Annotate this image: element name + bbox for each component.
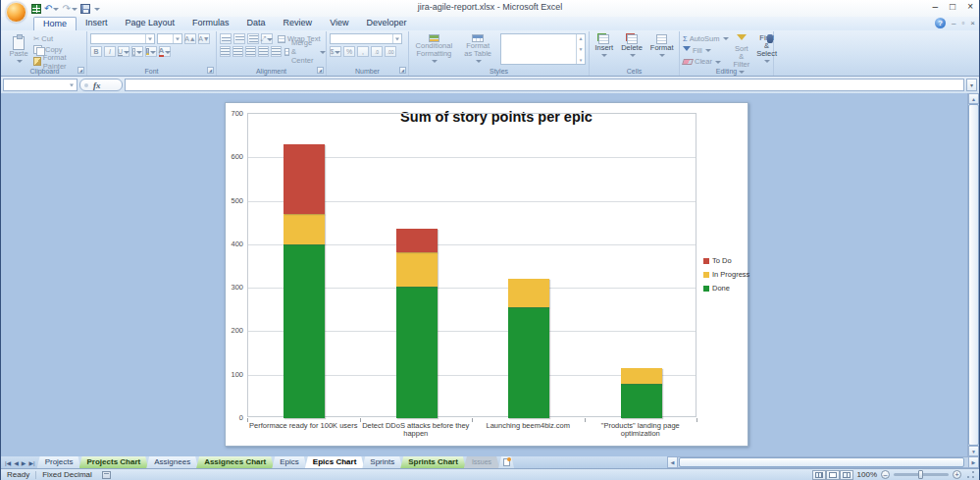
decrease-indent-button[interactable] xyxy=(258,46,269,57)
formula-input[interactable] xyxy=(125,79,964,91)
bar-segment-done-2[interactable] xyxy=(396,287,438,418)
bar-segment-to-do-2[interactable] xyxy=(396,229,438,251)
italic-button[interactable]: I xyxy=(104,46,116,57)
zoom-level[interactable]: 100% xyxy=(857,470,877,479)
ribbon-tab-page-layout[interactable]: Page Layout xyxy=(117,17,184,30)
legend-item-in-progress[interactable]: In Progress xyxy=(703,270,749,279)
ribbon-tab-formulas[interactable]: Formulas xyxy=(183,17,238,30)
cell-styles-gallery[interactable]: ▲ ▼ ▾ xyxy=(500,33,586,65)
ribbon-tab-review[interactable]: Review xyxy=(275,17,322,30)
scroll-right-icon[interactable]: ▶ xyxy=(968,456,979,468)
accounting-format-button[interactable]: $ xyxy=(330,46,341,57)
bar-segment-in-progress-1[interactable] xyxy=(284,214,325,244)
shrink-font-button[interactable]: A▼ xyxy=(198,33,210,44)
maximize-button[interactable]: □ xyxy=(950,1,955,12)
font-name-dropdown-icon[interactable] xyxy=(145,34,154,43)
merge-center-button[interactable]: Merge & Center xyxy=(284,46,326,57)
fill-button[interactable]: Fill xyxy=(683,45,729,56)
font-size-combo[interactable] xyxy=(157,33,182,44)
percent-style-button[interactable]: % xyxy=(343,46,355,57)
sheet-tab-projects-chart[interactable]: Projects Chart xyxy=(79,456,149,468)
name-box[interactable] xyxy=(3,79,77,91)
sheet-tab-assignees[interactable]: Assignees xyxy=(146,456,198,468)
legend-item-to-do[interactable]: To Do xyxy=(703,256,749,265)
bar-segment-in-progress-2[interactable] xyxy=(396,252,438,287)
paste-button[interactable]: Paste xyxy=(6,33,31,67)
format-cells-button[interactable]: Format xyxy=(648,33,676,67)
page-break-view-button[interactable] xyxy=(840,470,853,480)
decrease-decimal-button[interactable]: .00 xyxy=(385,46,396,57)
sheet-tab-epics-chart[interactable]: Epics Chart xyxy=(305,456,364,468)
macro-record-icon[interactable] xyxy=(102,471,111,479)
resize-grip[interactable] xyxy=(965,470,975,480)
bar-segment-in-progress-4[interactable] xyxy=(621,368,662,384)
clear-button[interactable]: Clear xyxy=(683,56,729,67)
close-button[interactable]: × xyxy=(967,1,973,12)
ribbon-tab-developer[interactable]: Developer xyxy=(357,17,415,30)
align-left-button[interactable] xyxy=(220,46,231,57)
plot-area[interactable] xyxy=(247,113,696,417)
format-painter-button[interactable]: Format Painter xyxy=(33,56,83,67)
name-box-dropdown-icon[interactable] xyxy=(66,80,77,90)
cut-button[interactable]: ✂Cut xyxy=(33,33,83,44)
ribbon-tab-insert[interactable]: Insert xyxy=(77,17,117,30)
borders-button[interactable] xyxy=(131,46,143,57)
find-select-button[interactable]: Find & Select xyxy=(754,33,779,67)
ribbon-tab-home[interactable]: Home xyxy=(33,17,77,30)
help-icon[interactable]: ? xyxy=(935,18,946,28)
font-color-button[interactable]: A xyxy=(159,46,171,57)
formula-bar-expand-button[interactable]: ▾ xyxy=(966,79,977,91)
increase-decimal-button[interactable]: .0 xyxy=(371,46,383,57)
conditional-formatting-button[interactable]: Conditional Formatting xyxy=(412,33,456,67)
insert-function-button[interactable]: fx xyxy=(79,79,123,91)
increase-indent-button[interactable] xyxy=(271,46,282,57)
gallery-more-icon[interactable]: ▾ xyxy=(580,57,583,63)
scroll-down-icon[interactable]: ▼ xyxy=(968,446,979,456)
scroll-up-icon[interactable]: ▲ xyxy=(968,93,979,104)
sheet-tab-sprints-chart[interactable]: Sprints Chart xyxy=(400,456,466,468)
sheet-tab-epics[interactable]: Epics xyxy=(272,456,307,468)
grow-font-button[interactable]: A▲ xyxy=(184,33,196,44)
fill-color-button[interactable] xyxy=(145,46,157,57)
chart-legend[interactable]: To DoIn ProgressDone xyxy=(703,256,749,293)
horizontal-scroll-thumb[interactable] xyxy=(679,457,964,467)
sheet-tab-sprints[interactable]: Sprints xyxy=(362,456,402,468)
sheet-tab-issues[interactable]: Issues xyxy=(464,456,499,468)
next-sheet-button[interactable]: ▶ xyxy=(22,459,26,466)
delete-cells-button[interactable]: Delete xyxy=(619,33,645,67)
zoom-out-icon[interactable]: – xyxy=(881,470,890,479)
sheet-tab-projects[interactable]: Projects xyxy=(37,456,81,468)
first-sheet-button[interactable]: |◀ xyxy=(5,459,11,466)
bar-segment-done-4[interactable] xyxy=(621,384,662,418)
sort-filter-button[interactable]: Sort & Filter xyxy=(732,33,752,67)
gallery-up-icon[interactable]: ▲ xyxy=(579,35,584,41)
bar-segment-done-1[interactable] xyxy=(284,244,325,418)
chart-sheet[interactable]: Sum of story points per epic 01002003004… xyxy=(225,102,748,447)
autosum-button[interactable]: ΣAutoSum xyxy=(683,33,729,44)
gallery-down-icon[interactable]: ▼ xyxy=(579,46,584,52)
font-dialog-launcher[interactable] xyxy=(207,67,214,74)
legend-item-done[interactable]: Done xyxy=(703,284,749,293)
scroll-left-icon[interactable]: ◀ xyxy=(667,456,678,468)
insert-worksheet-button[interactable] xyxy=(498,456,514,468)
vertical-scroll-thumb[interactable] xyxy=(968,104,979,446)
comma-style-button[interactable]: , xyxy=(357,46,369,57)
ribbon-tab-view[interactable]: View xyxy=(321,17,357,30)
zoom-in-icon[interactable]: + xyxy=(953,470,961,479)
zoom-slider[interactable] xyxy=(894,473,949,476)
align-middle-button[interactable] xyxy=(233,33,245,44)
align-center-button[interactable] xyxy=(232,46,243,57)
underline-button[interactable]: U xyxy=(118,46,129,57)
page-layout-view-button[interactable] xyxy=(826,470,840,480)
previous-sheet-button[interactable]: ◀ xyxy=(14,459,19,466)
bar-segment-to-do-1[interactable] xyxy=(284,144,325,214)
vertical-scrollbar[interactable]: ▲ ▼ xyxy=(967,93,979,456)
number-dialog-launcher[interactable] xyxy=(399,67,406,74)
number-format-dropdown-icon[interactable] xyxy=(392,34,401,43)
office-button-icon[interactable] xyxy=(6,2,26,23)
font-name-combo[interactable] xyxy=(90,33,155,44)
format-as-table-button[interactable]: Format as Table xyxy=(460,33,496,67)
number-format-combo[interactable] xyxy=(330,33,402,44)
normal-view-button[interactable] xyxy=(812,470,826,480)
alignment-dialog-launcher[interactable] xyxy=(317,67,324,74)
